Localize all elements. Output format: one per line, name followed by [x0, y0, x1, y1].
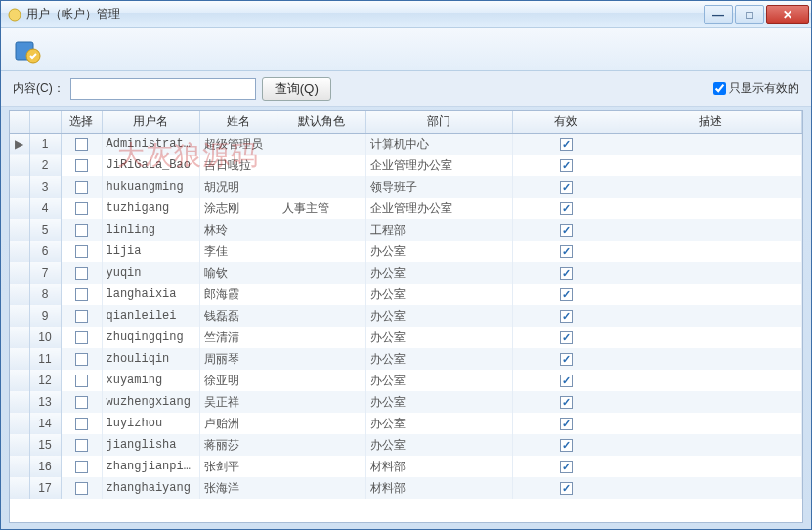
cell-username[interactable]: Administrator — [102, 133, 199, 155]
row-select-cell[interactable] — [61, 133, 102, 155]
data-grid[interactable]: 大灰狼源码 选择 用户名 姓名 默认角色 部门 有效 描述 — [9, 110, 803, 523]
cell-description[interactable] — [620, 155, 802, 176]
cell-username[interactable]: jianglisha — [102, 434, 199, 456]
content-input[interactable] — [70, 78, 256, 100]
select-checkbox[interactable] — [75, 353, 88, 366]
row-select-cell[interactable] — [61, 456, 102, 477]
select-checkbox[interactable] — [75, 375, 88, 387]
select-checkbox[interactable] — [75, 224, 88, 237]
cell-department[interactable]: 办公室 — [365, 262, 512, 284]
row-select-cell[interactable] — [61, 305, 102, 327]
select-checkbox[interactable] — [75, 461, 88, 473]
cell-description[interactable] — [620, 133, 802, 155]
cell-valid[interactable] — [512, 434, 620, 456]
row-select-cell[interactable] — [61, 262, 102, 284]
cell-username[interactable]: hukuangming — [102, 176, 199, 198]
cell-description[interactable] — [620, 456, 802, 477]
col-header-valid[interactable]: 有效 — [512, 111, 620, 133]
select-checkbox[interactable] — [75, 202, 88, 215]
cell-valid[interactable] — [512, 370, 620, 391]
cell-description[interactable] — [620, 370, 802, 391]
valid-checkbox[interactable] — [560, 138, 573, 151]
cell-valid[interactable] — [512, 219, 620, 241]
cell-valid[interactable] — [512, 456, 620, 477]
cell-username[interactable]: zhangjianping — [102, 456, 199, 477]
valid-checkbox[interactable] — [560, 396, 573, 409]
col-header-role[interactable]: 默认角色 — [278, 111, 365, 133]
row-select-cell[interactable] — [61, 477, 102, 499]
cell-name[interactable]: 竺清清 — [199, 327, 278, 348]
cell-role[interactable] — [278, 155, 365, 176]
valid-checkbox[interactable] — [560, 418, 573, 430]
select-checkbox[interactable] — [75, 288, 88, 301]
row-select-cell[interactable] — [61, 348, 102, 370]
table-row[interactable]: 15jianglisha蒋丽莎办公室 — [10, 434, 802, 456]
select-checkbox[interactable] — [75, 439, 88, 452]
valid-checkbox[interactable] — [560, 482, 573, 495]
select-checkbox[interactable] — [75, 267, 88, 280]
cell-valid[interactable] — [512, 477, 620, 499]
cell-role[interactable] — [278, 370, 365, 391]
row-select-cell[interactable] — [61, 370, 102, 391]
cell-role[interactable] — [278, 434, 365, 456]
cell-role[interactable] — [278, 413, 365, 434]
cell-valid[interactable] — [512, 241, 620, 262]
select-checkbox[interactable] — [75, 482, 88, 495]
table-row[interactable]: 4tuzhigang涂志刚人事主管企业管理办公室 — [10, 198, 802, 219]
cell-name[interactable]: 林玲 — [199, 219, 278, 241]
cell-name[interactable]: 卢贻洲 — [199, 413, 278, 434]
table-row[interactable]: 7yuqin喻钦办公室 — [10, 262, 802, 284]
cell-description[interactable] — [620, 219, 802, 241]
row-select-cell[interactable] — [61, 434, 102, 456]
table-row[interactable]: 2JiRiGaLa_Bao吉日嘎拉企业管理办公室 — [10, 155, 802, 176]
table-row[interactable]: 11zhouliqin周丽琴办公室 — [10, 348, 802, 370]
table-row[interactable]: 3hukuangming胡况明领导班子 — [10, 176, 802, 198]
cell-department[interactable]: 办公室 — [365, 284, 512, 305]
valid-checkbox[interactable] — [560, 202, 573, 215]
valid-checkbox[interactable] — [560, 310, 573, 323]
cell-valid[interactable] — [512, 284, 620, 305]
cell-name[interactable]: 李佳 — [199, 241, 278, 262]
cell-role[interactable] — [278, 327, 365, 348]
show-valid-only-checkbox[interactable]: 只显示有效的 — [713, 80, 799, 97]
cell-username[interactable]: zhouliqin — [102, 348, 199, 370]
cell-valid[interactable] — [512, 262, 620, 284]
table-row[interactable]: 12xuyaming徐亚明办公室 — [10, 370, 802, 391]
valid-checkbox[interactable] — [560, 461, 573, 473]
select-checkbox[interactable] — [75, 310, 88, 323]
close-button[interactable]: ✕ — [766, 5, 809, 24]
cell-name[interactable]: 喻钦 — [199, 262, 278, 284]
cell-department[interactable]: 办公室 — [365, 305, 512, 327]
select-checkbox[interactable] — [75, 245, 88, 258]
cell-name[interactable]: 张剑平 — [199, 456, 278, 477]
table-row[interactable]: 13wuzhengxiang吴正祥办公室 — [10, 391, 802, 413]
cell-username[interactable]: langhaixia — [102, 284, 199, 305]
valid-checkbox[interactable] — [560, 159, 573, 172]
col-header-name[interactable]: 姓名 — [199, 111, 278, 133]
cell-department[interactable]: 办公室 — [365, 413, 512, 434]
table-row[interactable]: 6lijia李佳办公室 — [10, 241, 802, 262]
cell-username[interactable]: tuzhigang — [102, 198, 199, 219]
cell-description[interactable] — [620, 176, 802, 198]
cell-role[interactable] — [278, 176, 365, 198]
cell-description[interactable] — [620, 284, 802, 305]
cell-department[interactable]: 领导班子 — [365, 176, 512, 198]
row-select-cell[interactable] — [61, 327, 102, 348]
col-header-desc[interactable]: 描述 — [620, 111, 802, 133]
cell-department[interactable]: 企业管理办公室 — [365, 155, 512, 176]
cell-department[interactable]: 办公室 — [365, 348, 512, 370]
cell-role[interactable] — [278, 219, 365, 241]
cell-username[interactable]: yuqin — [102, 262, 199, 284]
cell-description[interactable] — [620, 198, 802, 219]
cell-description[interactable] — [620, 262, 802, 284]
cell-name[interactable]: 胡况明 — [199, 176, 278, 198]
row-select-cell[interactable] — [61, 391, 102, 413]
valid-checkbox[interactable] — [560, 245, 573, 258]
cell-name[interactable]: 钱磊磊 — [199, 305, 278, 327]
cell-username[interactable]: luyizhou — [102, 413, 199, 434]
cell-department[interactable]: 材料部 — [365, 477, 512, 499]
show-valid-only-input[interactable] — [713, 82, 726, 95]
table-row[interactable]: 5linling林玲工程部 — [10, 219, 802, 241]
valid-checkbox[interactable] — [560, 331, 573, 344]
cell-name[interactable]: 蒋丽莎 — [199, 434, 278, 456]
